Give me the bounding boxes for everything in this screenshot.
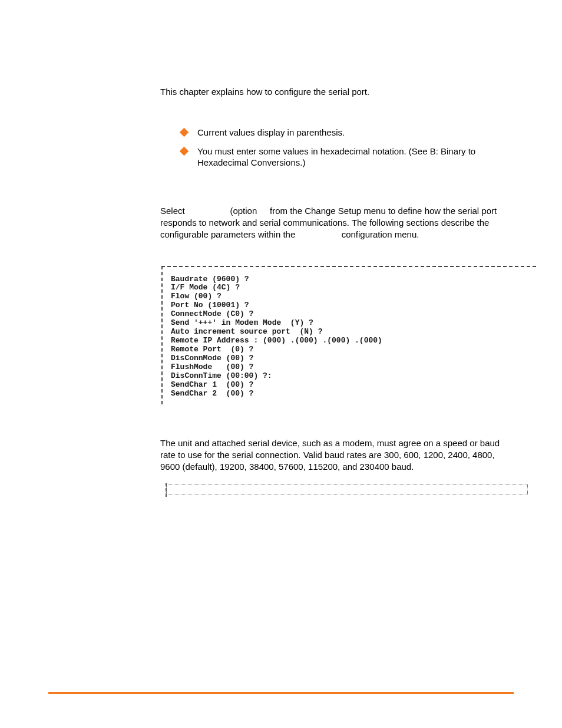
baudrate-paragraph: The unit and attached serial device, suc…	[160, 437, 514, 473]
footer-divider	[48, 692, 514, 694]
diamond-icon	[180, 128, 189, 137]
figure-caption: Figure 8-1. Serial Port Parameters	[161, 253, 514, 262]
notes-heading: Notes:	[163, 110, 514, 120]
intro-paragraph: This chapter explains how to configure t…	[160, 86, 514, 98]
note-item: Current values display in parenthesis.	[181, 127, 514, 139]
section-title-channel1: Channel 1	[161, 186, 514, 199]
diamond-icon	[180, 146, 189, 156]
text-fragment: configuration menu.	[339, 229, 419, 239]
empty-terminal-box	[166, 485, 528, 495]
page-number: 49	[504, 701, 514, 710]
subsection-title-baudrate: Baudrate	[161, 420, 514, 431]
note-text: You must enter some values in hexadecima…	[197, 146, 475, 168]
text-fragment: (option	[227, 206, 259, 216]
chapter-title: 8: Setup Mode: Channel Configuration	[160, 32, 514, 51]
text-fragment: Select	[160, 206, 187, 216]
hidden-text: 1)	[259, 206, 267, 216]
document-page: 8: Setup Mode: Channel Configuration Thi…	[0, 0, 562, 728]
note-item: You must enter some values in hexadecima…	[181, 146, 514, 169]
note-text: Current values display in parenthesis.	[197, 127, 345, 137]
hidden-text: Channel 1	[187, 206, 227, 216]
channel1-paragraph: Select Channel 1 (option 1) from the Cha…	[160, 205, 514, 241]
footer-left-text: UDS1100 User Guide	[48, 701, 123, 710]
hidden-text: Serial Port	[297, 229, 339, 239]
terminal-output: Baudrate (9600) ? I/F Mode (4C) ? Flow (…	[161, 266, 536, 404]
notes-list: Current values display in parenthesis. Y…	[181, 127, 514, 169]
